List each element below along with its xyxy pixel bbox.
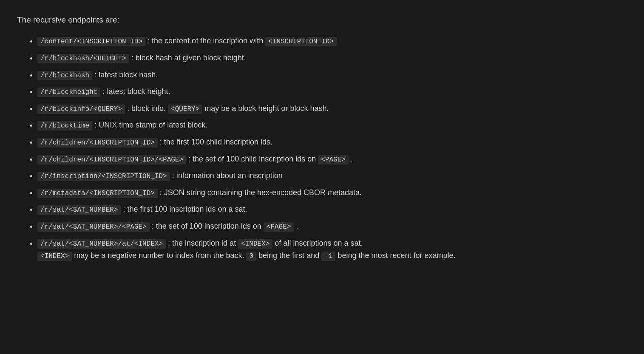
- intro-text: The recursive endpoints are:: [17, 14, 627, 26]
- neg-one-code: -1: [321, 252, 335, 261]
- list-item: /r/children/<INSCRIPTION_ID>/<PAGE> : th…: [37, 153, 627, 166]
- list-item: /r/children/<INSCRIPTION_ID> : the first…: [37, 136, 627, 149]
- list-item: /r/sat/<SAT_NUMBER>/<PAGE> : the set of …: [37, 220, 627, 233]
- endpoint-code: /r/metadata/<INSCRIPTION_ID>: [37, 189, 158, 198]
- endpoint-code: /r/sat/<SAT_NUMBER>: [37, 205, 121, 215]
- list-item: /r/blocktime : UNIX time stamp of latest…: [37, 119, 627, 132]
- endpoints-list: /content/<INSCRIPTION_ID> : the content …: [17, 35, 627, 262]
- endpoint-suffix-code: <INDEX>: [238, 239, 272, 249]
- continuation-code: <INDEX>: [37, 252, 72, 261]
- endpoint-suffix-code: <QUERY>: [168, 105, 202, 114]
- endpoint-suffix-code: <PAGE>: [264, 222, 294, 232]
- endpoint-suffix-code: <INSCRIPTION_ID>: [265, 37, 337, 46]
- list-item: /r/sat/<SAT_NUMBER>/at/<INDEX> : the ins…: [37, 237, 627, 262]
- list-item: /content/<INSCRIPTION_ID> : the content …: [37, 35, 627, 48]
- endpoint-code: /r/blockheight: [37, 88, 100, 97]
- list-item: /r/blockhash : latest block hash.: [37, 69, 627, 82]
- endpoint-code: /r/children/<INSCRIPTION_ID>: [37, 138, 158, 147]
- endpoint-code: /content/<INSCRIPTION_ID>: [37, 37, 145, 46]
- endpoint-code: /r/sat/<SAT_NUMBER>/at/<INDEX>: [37, 239, 166, 249]
- list-item: /r/blockinfo/<QUERY> : block info. <QUER…: [37, 102, 627, 115]
- zero-code: 0: [246, 252, 256, 261]
- list-item: /r/blockhash/<HEIGHT> : block hash at gi…: [37, 52, 627, 65]
- endpoint-code: /r/inscription/<INSCRIPTION_ID>: [37, 172, 170, 181]
- list-item: /r/inscription/<INSCRIPTION_ID> : inform…: [37, 170, 627, 182]
- endpoint-code: /r/blockhash/<HEIGHT>: [37, 54, 129, 63]
- list-item: /r/sat/<SAT_NUMBER> : the first 100 insc…: [37, 203, 627, 216]
- endpoint-code: /r/blockinfo/<QUERY>: [37, 105, 125, 114]
- endpoint-suffix-code: <PAGE>: [318, 155, 349, 164]
- endpoint-code: /r/blocktime: [37, 121, 92, 130]
- list-item: /r/metadata/<INSCRIPTION_ID> : JSON stri…: [37, 187, 627, 199]
- endpoint-code: /r/children/<INSCRIPTION_ID>/<PAGE>: [37, 155, 186, 164]
- list-item: /r/blockheight : latest block height.: [37, 85, 627, 98]
- endpoint-code: /r/blockhash: [37, 71, 92, 80]
- endpoint-code: /r/sat/<SAT_NUMBER>/<PAGE>: [37, 222, 150, 232]
